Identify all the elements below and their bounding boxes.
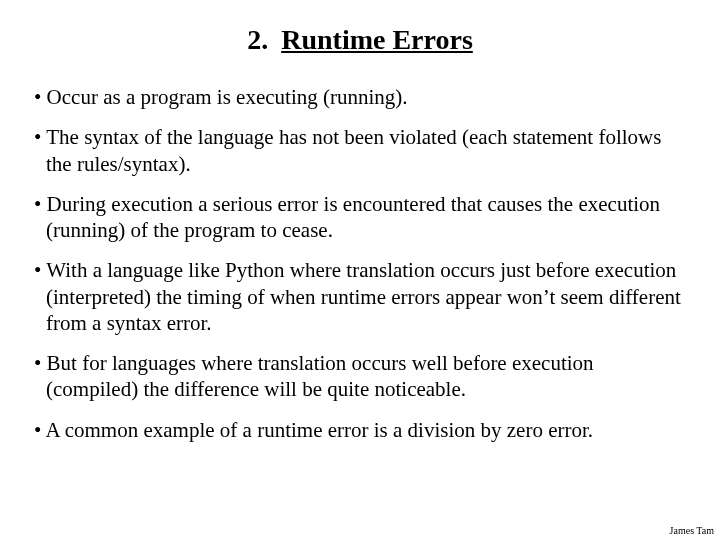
list-item: With a language like Python where transl… — [34, 257, 686, 336]
bullet-list: Occur as a program is executing (running… — [34, 84, 686, 443]
slide-title: 2. Runtime Errors — [34, 24, 686, 56]
list-item: During execution a serious error is enco… — [34, 191, 686, 244]
list-item: A common example of a runtime error is a… — [34, 417, 686, 443]
list-item: But for languages where translation occu… — [34, 350, 686, 403]
title-number: 2. — [247, 24, 268, 56]
slide: 2. Runtime Errors Occur as a program is … — [0, 0, 720, 443]
title-text: Runtime Errors — [281, 24, 473, 55]
list-item: Occur as a program is executing (running… — [34, 84, 686, 110]
footer-author: James Tam — [670, 525, 714, 536]
list-item: The syntax of the language has not been … — [34, 124, 686, 177]
